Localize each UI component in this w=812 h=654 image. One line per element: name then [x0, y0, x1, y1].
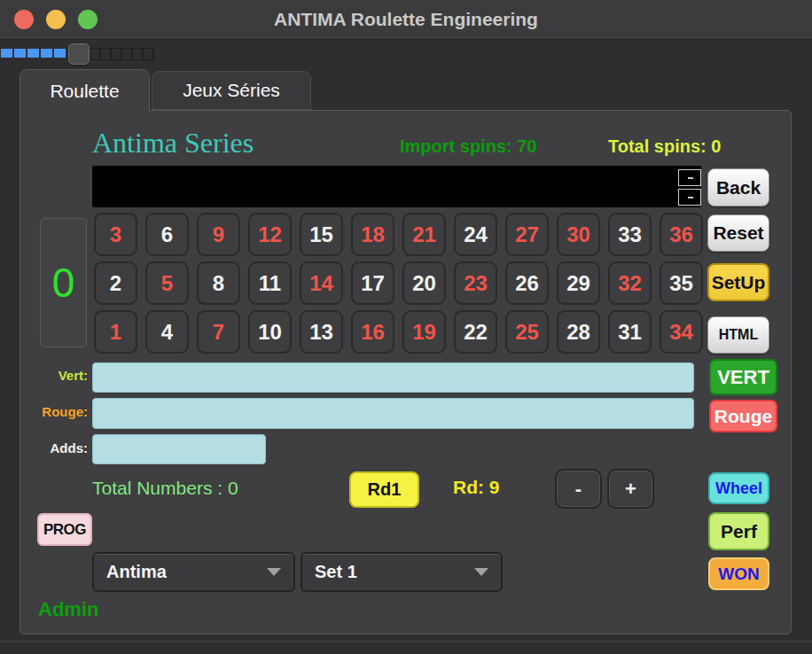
number-cell-34[interactable]: 34 — [660, 310, 703, 354]
won-button[interactable]: WON — [708, 557, 769, 590]
number-cell-33[interactable]: 33 — [608, 213, 652, 256]
number-cell-0[interactable]: 0 — [40, 218, 87, 347]
tab-roulette[interactable]: Roulette — [20, 69, 150, 112]
number-cell-24[interactable]: 24 — [454, 213, 497, 256]
chevron-down-icon — [474, 568, 488, 576]
number-cell-23[interactable]: 23 — [454, 261, 497, 305]
number-cell-8[interactable]: 8 — [197, 261, 240, 305]
rouge-button[interactable]: Rouge — [709, 400, 777, 432]
perf-button[interactable]: Perf — [708, 512, 769, 550]
setup-button[interactable]: SetUp — [707, 263, 769, 301]
slider-handle[interactable] — [68, 43, 90, 65]
number-cell-2[interactable]: 2 — [94, 261, 137, 305]
number-cell-3[interactable]: 3 — [94, 213, 137, 256]
number-cell-35[interactable]: 35 — [660, 261, 703, 305]
chevron-down-icon — [267, 568, 281, 576]
import-spins-label: Import spins: 70 — [400, 136, 536, 157]
slider-filled-track — [1, 49, 66, 58]
window-title: ANTIMA Roulette Engineering — [0, 0, 812, 39]
number-cell-29[interactable]: 29 — [557, 261, 600, 305]
back-button[interactable]: Back — [707, 168, 769, 206]
slider-segment — [27, 49, 39, 58]
spins-display — [92, 166, 701, 207]
number-cell-6[interactable]: 6 — [145, 213, 189, 256]
admin-label: Admin — [38, 598, 98, 621]
number-cell-10[interactable]: 10 — [248, 310, 292, 354]
number-cell-32[interactable]: 32 — [608, 261, 652, 305]
number-cell-25[interactable]: 25 — [505, 310, 549, 354]
series-title: Antima Series — [92, 127, 254, 160]
number-cell-17[interactable]: 17 — [351, 261, 394, 305]
number-cell-4[interactable]: 4 — [145, 310, 189, 354]
spins-stepper — [678, 169, 701, 208]
number-cell-20[interactable]: 20 — [402, 261, 446, 305]
system-dropdown-value: Antima — [106, 562, 167, 582]
vert-button[interactable]: VERT — [709, 359, 777, 395]
reset-button[interactable]: Reset — [707, 214, 769, 252]
slider-empty-track — [90, 48, 154, 60]
slider-segment — [14, 49, 26, 58]
number-cell-27[interactable]: 27 — [505, 213, 549, 256]
rd1-button[interactable]: Rd1 — [349, 471, 419, 508]
number-cell-9[interactable]: 9 — [197, 213, 240, 256]
plus-button[interactable]: + — [607, 469, 654, 509]
adds-input[interactable] — [92, 434, 266, 464]
number-cell-5[interactable]: 5 — [145, 261, 189, 305]
number-cell-15[interactable]: 15 — [300, 213, 343, 256]
vert-input[interactable] — [92, 362, 694, 393]
app-window: ANTIMA Roulette Engineering Roulette Jeu… — [0, 0, 812, 654]
stepper-up-button[interactable] — [678, 169, 701, 186]
window-bottom-divider — [0, 641, 812, 642]
set-dropdown[interactable]: Set 1 — [301, 552, 503, 592]
number-cell-12[interactable]: 12 — [248, 213, 292, 256]
number-cell-21[interactable]: 21 — [402, 213, 446, 256]
system-dropdown[interactable]: Antima — [92, 552, 295, 592]
tab-jeux-series[interactable]: Jeux Séries — [152, 71, 311, 110]
slider-segment — [41, 49, 52, 58]
number-cell-14[interactable]: 14 — [300, 261, 343, 305]
number-cell-26[interactable]: 26 — [505, 261, 549, 305]
tab-panel: Antima Series Import spins: 70 Total spi… — [20, 110, 792, 635]
number-cell-30[interactable]: 30 — [557, 213, 600, 256]
roulette-grid: 3691215182124273033362581114172023262932… — [94, 213, 703, 354]
slider-segment — [1, 49, 12, 58]
number-cell-36[interactable]: 36 — [660, 213, 703, 256]
slider-segment — [54, 49, 66, 58]
vert-label: Vert: — [29, 368, 88, 383]
number-cell-31[interactable]: 31 — [608, 310, 652, 354]
set-dropdown-value: Set 1 — [315, 562, 357, 582]
number-cell-16[interactable]: 16 — [351, 310, 394, 354]
number-cell-28[interactable]: 28 — [557, 310, 600, 354]
number-cell-13[interactable]: 13 — [300, 310, 343, 354]
minus-button[interactable]: - — [555, 469, 602, 509]
number-cell-19[interactable]: 19 — [402, 310, 446, 354]
rouge-label: Rouge: — [29, 404, 88, 419]
html-button[interactable]: HTML — [707, 316, 769, 354]
total-numbers-label: Total Numbers : 0 — [92, 478, 238, 499]
number-cell-1[interactable]: 1 — [94, 310, 137, 354]
titlebar: ANTIMA Roulette Engineering — [0, 0, 812, 40]
number-cell-11[interactable]: 11 — [248, 261, 292, 305]
rouge-input[interactable] — [92, 398, 694, 429]
prog-button[interactable]: PROG — [37, 513, 92, 546]
number-cell-22[interactable]: 22 — [454, 310, 497, 354]
adds-label: Adds: — [29, 440, 88, 455]
number-cell-18[interactable]: 18 — [351, 213, 394, 256]
number-cell-7[interactable]: 7 — [197, 310, 240, 354]
total-spins-label: Total spins: 0 — [608, 136, 721, 157]
wheel-button[interactable]: Wheel — [708, 472, 769, 504]
rd-counter-label: Rd: 9 — [453, 477, 500, 498]
stepper-down-button[interactable] — [678, 189, 701, 206]
